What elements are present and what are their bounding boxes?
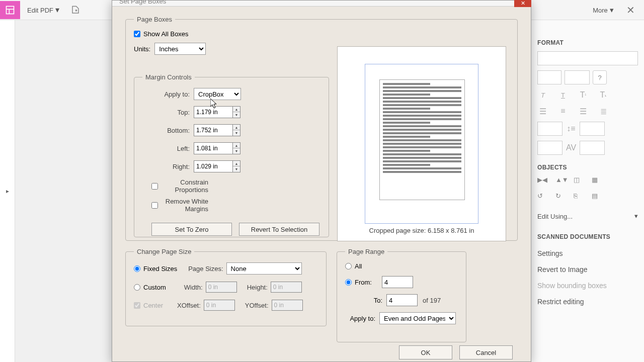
crop-icon[interactable]: ◫ (574, 176, 585, 187)
font-size-input[interactable] (537, 70, 561, 84)
close-panel-icon[interactable]: ✕ (626, 4, 635, 16)
xoffset-input (204, 300, 235, 311)
revert-image-link[interactable]: Revert to Image (537, 261, 638, 278)
spacing-dropdown-1[interactable] (537, 122, 562, 136)
replace-image-icon[interactable]: ⎘ (574, 192, 585, 203)
constrain-proportions-checkbox[interactable] (151, 183, 158, 190)
left-input[interactable] (194, 142, 233, 154)
format-section-title: FORMAT (537, 39, 638, 46)
range-apply-to-label: Apply to: (345, 315, 375, 322)
from-radio[interactable] (345, 279, 352, 286)
char-spacing-icon[interactable]: AV (566, 142, 577, 153)
subscript-icon[interactable]: T₁ (598, 89, 609, 101)
range-apply-to-select[interactable]: Even and Odd Pages (379, 312, 456, 324)
restrict-editing-toggle[interactable]: Restrict editing (537, 294, 638, 310)
yoffset-label: YOffset: (245, 302, 269, 309)
center-checkbox (134, 302, 140, 309)
settings-link[interactable]: Settings (537, 245, 638, 261)
to-input[interactable] (386, 294, 418, 306)
page-range-fieldset: Page Range All From: To: of 197 Apply to… (337, 248, 466, 342)
height-input (271, 282, 302, 293)
set-to-zero-button[interactable]: Set To Zero (151, 223, 232, 236)
remove-white-margins-checkbox[interactable] (151, 202, 158, 209)
char-spacing-dropdown[interactable] (580, 141, 605, 155)
set-page-boxes-dialog: Set Page Boxes ✕ Page Boxes Show All Box… (112, 0, 531, 362)
spacing-dropdown-2[interactable] (580, 122, 605, 136)
to-label: To: (360, 297, 382, 304)
height-label: Height: (247, 284, 268, 291)
from-input[interactable] (382, 276, 413, 288)
bottom-label: Bottom: (142, 127, 190, 134)
top-spin-down[interactable]: ▼ (233, 112, 240, 118)
custom-radio[interactable] (134, 284, 140, 291)
preview-page (365, 64, 478, 224)
edit-using-dropdown[interactable]: Edit Using... ▾ (537, 208, 638, 224)
align-objects-icon[interactable]: ▤ (592, 192, 603, 203)
page-range-legend: Page Range (345, 248, 387, 255)
width-input (206, 282, 237, 293)
revert-to-selection-button[interactable]: Revert To Selection (239, 223, 319, 236)
page-sizes-select[interactable]: None (226, 262, 302, 275)
scale-dropdown[interactable] (537, 141, 562, 155)
all-pages-radio[interactable] (345, 263, 352, 269)
font-family-dropdown[interactable] (537, 51, 638, 65)
export-icon[interactable] (68, 3, 83, 17)
align-justify-icon[interactable]: ≣ (598, 106, 609, 117)
from-label: From: (355, 279, 382, 286)
flip-v-icon[interactable]: ▲▼ (555, 176, 567, 187)
cancel-button[interactable]: Cancel (459, 345, 513, 359)
dialog-titlebar[interactable]: Set Page Boxes ✕ (112, 1, 531, 7)
rotate-ccw-icon[interactable]: ↺ (537, 192, 548, 203)
flip-h-icon[interactable]: ▶◀ (537, 176, 548, 187)
units-select[interactable]: Inches (154, 43, 206, 55)
line-spacing-icon[interactable]: ↕≡ (566, 123, 577, 134)
top-spin-up[interactable]: ▲ (233, 107, 240, 112)
constrain-label: Constrain Proportions (161, 178, 208, 194)
expand-sidebar-icon[interactable]: ▸ (6, 188, 9, 195)
align-left-icon[interactable]: ☰ (537, 106, 548, 117)
left-label: Left: (142, 145, 190, 152)
superscript-icon[interactable]: T¹ (578, 89, 589, 101)
show-all-boxes-label: Show All Boxes (143, 30, 189, 38)
dialog-title: Set Page Boxes (119, 0, 166, 5)
fixed-sizes-radio[interactable] (134, 265, 140, 272)
rotate-cw-icon[interactable]: ↻ (555, 192, 567, 203)
left-spin-down[interactable]: ▼ (233, 148, 240, 154)
more-menu[interactable]: More ▾ (593, 6, 614, 15)
page-boxes-fieldset: Page Boxes Show All Boxes Units: Inches … (125, 16, 518, 241)
page-preview (337, 46, 506, 241)
show-bounding-toggle[interactable]: Show bounding boxes (537, 278, 638, 294)
dialog-close-button[interactable]: ✕ (514, 0, 531, 7)
left-spin-up[interactable]: ▲ (233, 143, 240, 148)
font-size-stepper[interactable] (565, 70, 590, 84)
tool-icon-button[interactable] (0, 1, 20, 19)
top-label: Top: (142, 109, 190, 116)
margin-controls-fieldset: Margin Controls Apply to: CropBox Top: ▲… (134, 73, 329, 237)
text-format-icon-1[interactable]: T (537, 89, 548, 101)
right-panel: FORMAT ? T T T¹ T₁ ☰ ≡ ☰ ≣ ↕≡ AV OBJECTS… (531, 20, 644, 362)
right-input[interactable] (194, 160, 233, 172)
bottom-spin-down[interactable]: ▼ (233, 130, 240, 136)
bottom-input[interactable] (194, 124, 233, 136)
top-input[interactable] (194, 106, 233, 118)
remove-white-label: Remove White Margins (161, 198, 208, 213)
right-label: Right: (142, 163, 190, 170)
help-icon[interactable]: ? (593, 70, 607, 84)
cropped-size-label: Cropped page size: 6.158 x 8.761 in (337, 227, 506, 234)
edit-pdf-menu[interactable]: Edit PDF ▾ (20, 5, 66, 15)
right-spin-up[interactable]: ▲ (233, 161, 240, 166)
align-right-icon[interactable]: ☰ (578, 106, 589, 117)
bottom-spin-up[interactable]: ▲ (233, 125, 240, 130)
of-total-label: of 197 (423, 297, 441, 304)
underline-icon[interactable]: T (557, 89, 569, 101)
show-all-boxes-checkbox[interactable] (134, 31, 140, 37)
page-boxes-legend: Page Boxes (134, 16, 175, 23)
ok-button[interactable]: OK (399, 345, 452, 359)
align-center-icon[interactable]: ≡ (557, 106, 569, 117)
change-page-size-fieldset: Change Page Size Fixed Sizes Page Sizes:… (125, 248, 327, 326)
page-sizes-label: Page Sizes: (188, 265, 223, 273)
margin-controls-legend: Margin Controls (142, 73, 195, 81)
right-spin-down[interactable]: ▼ (233, 166, 240, 172)
apply-to-select[interactable]: CropBox (194, 88, 241, 100)
arrange-icon[interactable]: ▦ (592, 176, 603, 187)
